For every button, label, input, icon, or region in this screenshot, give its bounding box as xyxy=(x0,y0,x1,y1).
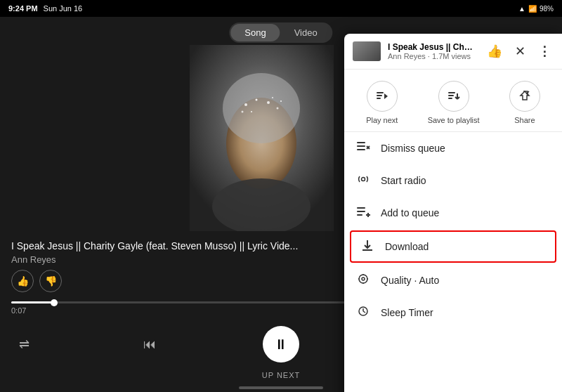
dislike-button[interactable]: 👎 xyxy=(39,270,62,292)
ctx-download-item[interactable]: Download xyxy=(350,230,556,263)
svg-rect-28 xyxy=(357,207,365,209)
progress-fill xyxy=(11,301,54,303)
play-next-icon xyxy=(367,81,398,112)
ctx-quick-actions: Play next Save to playlist xyxy=(344,70,562,132)
ctx-sleep-timer-item[interactable]: Sleep Timer xyxy=(344,296,562,329)
wifi-icon: ▲ xyxy=(518,5,525,13)
ctx-title-area: I Speak Jesus || Charity G... Ann Reyes … xyxy=(388,42,477,60)
svg-point-7 xyxy=(251,111,252,112)
album-art: S P E C I A L S xyxy=(190,45,334,231)
like-button[interactable]: 👍 xyxy=(11,270,34,292)
svg-line-43 xyxy=(363,311,365,313)
svg-rect-12 xyxy=(377,92,384,93)
status-bar: 9:24 PM Sun Jun 16 ▲ 📶 98% xyxy=(0,0,562,17)
ctx-dismiss-queue-item[interactable]: Dismiss queue xyxy=(344,132,562,164)
signal-icon: 📶 xyxy=(528,5,537,13)
ctx-thumbnail xyxy=(353,41,381,61)
ctx-like-button[interactable]: 👍 xyxy=(484,41,505,62)
previous-icon: ⏮ xyxy=(143,337,156,352)
shuffle-icon: ⇌ xyxy=(19,337,30,352)
save-playlist-svg xyxy=(447,89,461,103)
ctx-quality-item[interactable]: Quality · Auto xyxy=(344,264,562,296)
svg-rect-13 xyxy=(377,95,382,96)
svg-point-4 xyxy=(256,99,258,101)
svg-point-36 xyxy=(362,277,365,280)
play-next-label: Play next xyxy=(366,116,398,124)
like-buttons: 👍 👎 xyxy=(11,270,62,292)
thumbs-up-icon: 👍 xyxy=(487,44,502,58)
sleep-timer-text: Sleep Timer xyxy=(381,307,433,318)
previous-button[interactable]: ⏮ xyxy=(137,332,162,357)
start-radio-icon xyxy=(355,173,371,188)
status-date: Sun Jun 16 xyxy=(44,4,83,13)
save-playlist-label: Save to playlist xyxy=(428,116,480,124)
svg-marker-15 xyxy=(384,93,388,99)
svg-point-10 xyxy=(280,100,282,102)
share-icon xyxy=(509,81,540,112)
svg-rect-14 xyxy=(377,98,381,99)
artist-image xyxy=(190,45,334,231)
download-text: Download xyxy=(385,241,429,252)
svg-point-6 xyxy=(277,107,279,110)
pause-icon: ⏸ xyxy=(274,337,288,353)
svg-rect-23 xyxy=(357,145,365,147)
svg-rect-16 xyxy=(448,92,455,93)
progress-thumb xyxy=(51,299,58,306)
svg-rect-30 xyxy=(357,214,362,216)
home-indicator xyxy=(239,386,323,389)
tab-bar: Song Video xyxy=(229,22,332,43)
save-playlist-icon xyxy=(438,81,469,112)
add-queue-text: Add to queue xyxy=(381,207,439,218)
svg-rect-18 xyxy=(448,98,452,99)
svg-rect-17 xyxy=(448,95,454,96)
svg-point-35 xyxy=(359,275,367,283)
quality-text: Quality · Auto xyxy=(381,275,439,286)
svg-point-8 xyxy=(272,97,273,98)
shuffle-button[interactable]: ⇌ xyxy=(11,332,37,357)
progress-current: 0:07 xyxy=(11,306,26,315)
more-icon: ⋮ xyxy=(538,44,551,58)
svg-point-3 xyxy=(244,103,247,106)
svg-rect-24 xyxy=(357,149,365,150)
svg-rect-22 xyxy=(357,142,365,143)
share-label: Share xyxy=(514,116,535,124)
add-queue-icon xyxy=(355,205,371,221)
main-content: Song Video S P E C I A L S xyxy=(0,17,562,392)
ctx-start-radio-item[interactable]: Start radio xyxy=(344,164,562,197)
context-menu: I Speak Jesus || Charity G... Ann Reyes … xyxy=(344,34,562,392)
svg-point-5 xyxy=(267,101,270,104)
battery-icon: 98% xyxy=(540,5,554,13)
download-item-wrapper: Download xyxy=(344,229,562,264)
status-time: 9:24 PM xyxy=(8,4,38,13)
dismiss-queue-icon xyxy=(355,141,371,156)
song-title: I Speak Jesus || Charity Gayle (feat. St… xyxy=(11,240,298,251)
ctx-close-button[interactable]: ✕ xyxy=(512,41,528,62)
ctx-song-subtitle: Ann Reyes · 1.7M views xyxy=(388,52,477,60)
close-icon: ✕ xyxy=(515,44,525,58)
download-icon xyxy=(360,239,375,254)
sleep-timer-icon xyxy=(355,305,371,320)
ctx-song-title: I Speak Jesus || Charity G... xyxy=(388,42,477,52)
ctx-save-playlist-button[interactable]: Save to playlist xyxy=(428,81,480,124)
ctx-add-queue-item[interactable]: Add to queue xyxy=(344,197,562,229)
context-menu-header: I Speak Jesus || Charity G... Ann Reyes … xyxy=(344,34,562,70)
ctx-more-button[interactable]: ⋮ xyxy=(535,41,554,62)
start-radio-text: Start radio xyxy=(381,175,426,186)
dismiss-queue-text: Dismiss queue xyxy=(381,143,445,154)
status-icons: ▲ 📶 98% xyxy=(518,5,554,13)
quality-icon xyxy=(355,273,371,288)
tab-video[interactable]: Video xyxy=(280,24,332,41)
tab-song[interactable]: Song xyxy=(230,24,280,41)
play-next-svg xyxy=(375,89,389,103)
svg-point-27 xyxy=(362,178,365,181)
pause-button[interactable]: ⏸ xyxy=(263,326,299,362)
svg-point-9 xyxy=(242,111,244,113)
album-art-figure: S P E C I A L S xyxy=(190,45,334,231)
svg-point-2 xyxy=(223,73,300,143)
album-art-container: S P E C I A L S xyxy=(190,45,334,231)
song-artist: Ann Reyes xyxy=(11,254,56,265)
ctx-share-button[interactable]: Share xyxy=(509,81,540,124)
svg-rect-29 xyxy=(357,211,365,212)
share-svg xyxy=(518,89,532,103)
ctx-play-next-button[interactable]: Play next xyxy=(366,81,398,124)
